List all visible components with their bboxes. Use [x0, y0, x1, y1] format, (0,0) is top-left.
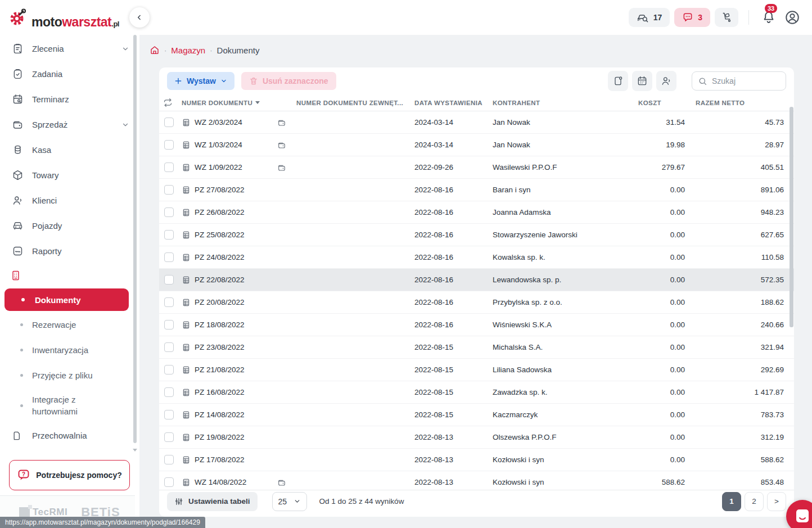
row-checkbox[interactable] — [164, 432, 174, 442]
contractor: Baran i syn — [493, 186, 628, 194]
column-header-cost[interactable]: KOSZT — [628, 100, 685, 106]
vehicles-button[interactable]: 17 — [629, 8, 670, 27]
document-icon — [182, 321, 191, 330]
row-checkbox[interactable] — [164, 275, 174, 285]
sidebar-item-klienci[interactable]: Klienci — [0, 188, 139, 213]
documents-panel: Wystaw Usuń zaznaczone — [159, 67, 794, 517]
handtruck-button[interactable] — [715, 8, 738, 27]
contractor: Zawadzka sp. k. — [493, 388, 628, 396]
sidebar-item-terminarz[interactable]: Terminarz — [0, 87, 139, 112]
row-checkbox[interactable] — [164, 185, 174, 195]
search-input[interactable] — [712, 76, 774, 85]
row-checkbox[interactable] — [164, 342, 174, 352]
contractor: Joanna Adamska — [493, 208, 628, 216]
row-checkbox[interactable] — [164, 252, 174, 262]
table-row[interactable]: WZ 1/03/2024 2024-03-14 Jan Nowak 19.98 … — [159, 134, 794, 156]
table-row[interactable]: PZ 19/08/2022 2022-08-13 Olszewska P.P.O… — [159, 426, 794, 449]
sidebar-item-zlecenia[interactable]: Zlecenia — [0, 36, 139, 61]
column-header-issue-date[interactable]: DATA WYSTAWIENIA — [414, 100, 493, 106]
row-checkbox[interactable] — [164, 230, 174, 240]
table-scrollbar[interactable] — [790, 102, 793, 527]
sidebar-item-rezerwacje[interactable]: Rezerwacje — [0, 312, 139, 337]
brand-logo[interactable]: motowarsztat.pl — [9, 8, 119, 30]
date-filter-button[interactable] — [632, 71, 652, 91]
account-button[interactable] — [783, 8, 802, 27]
column-header-number[interactable]: NUMER DOKUMENTU — [182, 100, 296, 106]
document-number: PZ 18/08/2022 — [195, 321, 245, 329]
table-body: WZ 2/03/2024 2024-03-14 Jan Nowak 31.54 … — [159, 111, 794, 490]
table-row[interactable]: WZ 14/08/2022 2022-08-13 Kozłowski i syn… — [159, 471, 794, 490]
sidebar-item-magazyn[interactable] — [0, 264, 139, 287]
table-row[interactable]: PZ 27/08/2022 2022-08-16 Baran i syn 0.0… — [159, 179, 794, 201]
table-row[interactable]: PZ 22/08/2022 2022-08-16 Lewandowska sp.… — [159, 269, 794, 291]
sidebar-scrollbar-thumb[interactable] — [133, 35, 137, 443]
issue-button[interactable]: Wystaw — [167, 72, 234, 90]
table-settings-button[interactable]: Ustawienia tabeli — [167, 492, 258, 511]
package-icon — [11, 169, 24, 181]
sidebar-item-integracje[interactable]: Integracje z hurtowniami — [0, 388, 139, 423]
sidebar-item-przyjecie-z-pliku[interactable]: Przyjęcie z pliku — [0, 363, 139, 388]
row-checkbox[interactable] — [164, 163, 174, 172]
search-box — [692, 71, 786, 91]
column-header-total-net[interactable]: RAZEM NETTO — [685, 100, 794, 106]
sidebar-item-kasa[interactable]: Kasa — [0, 137, 139, 163]
page-size-select[interactable]: 25 — [272, 492, 307, 511]
table-row[interactable]: WZ 2/03/2024 2024-03-14 Jan Nowak 31.54 … — [159, 111, 794, 134]
table-row[interactable]: PZ 25/08/2022 2022-08-16 Stowarzyszenie … — [159, 224, 794, 246]
row-checkbox[interactable] — [164, 320, 174, 330]
sidebar-item-towary[interactable]: Towary — [0, 163, 139, 188]
row-checkbox[interactable] — [164, 140, 174, 150]
row-checkbox[interactable] — [164, 410, 174, 419]
sidebar-item-sprzedaz[interactable]: Sprzedaż — [0, 112, 139, 137]
table-row[interactable]: PZ 16/08/2022 2022-08-15 Zawadzka sp. k.… — [159, 381, 794, 404]
contractor: Liliana Sadowska — [493, 365, 628, 374]
row-checkbox[interactable] — [164, 118, 174, 127]
wallet-icon — [277, 478, 296, 487]
table-row[interactable]: PZ 18/08/2022 2022-08-16 Wiśniewski S.K.… — [159, 314, 794, 336]
table-row[interactable]: PZ 20/08/2022 2022-08-16 Przybylska sp. … — [159, 291, 794, 314]
messages-button[interactable]: 3 — [674, 8, 710, 27]
scrollbar-down-arrow[interactable] — [133, 449, 137, 452]
row-checkbox[interactable] — [164, 207, 174, 217]
total-net-value: 405.51 — [685, 163, 794, 172]
sidebar-scrollbar[interactable] — [133, 35, 137, 457]
document-number: PZ 23/08/2022 — [195, 343, 245, 351]
sidebar-item-przechowalnia[interactable]: Przechowalnia — [0, 423, 139, 448]
sidebar-item-inwentaryzacja[interactable]: Inwentaryzacja — [0, 337, 139, 363]
file-icon — [11, 430, 24, 441]
home-icon[interactable] — [150, 45, 160, 55]
breadcrumb-section[interactable]: Magazyn — [171, 46, 205, 55]
sidebar-collapse-button[interactable] — [129, 7, 150, 28]
document-status-filter-button[interactable] — [608, 71, 628, 91]
sidebar-item-dokumenty-active[interactable]: Dokumenty — [4, 288, 129, 311]
table-scrollbar-thumb[interactable] — [790, 107, 793, 327]
row-checkbox[interactable] — [164, 477, 174, 487]
page-button-1[interactable]: 1 — [722, 492, 741, 511]
table-row[interactable]: PZ 17/08/2022 2022-08-13 Kozłowski i syn… — [159, 449, 794, 471]
document-icon — [182, 208, 191, 217]
sidebar-item-raporty[interactable]: Raporty — [0, 238, 139, 264]
page-button-2[interactable]: 2 — [745, 492, 764, 511]
toolbar-right — [608, 71, 786, 91]
table-row[interactable]: PZ 24/08/2022 2022-08-16 Kowalska sp. k.… — [159, 246, 794, 269]
table-row[interactable]: PZ 21/08/2022 2022-08-15 Liliana Sadowsk… — [159, 359, 794, 381]
table-row[interactable]: PZ 26/08/2022 2022-08-16 Joanna Adamska … — [159, 201, 794, 224]
row-checkbox[interactable] — [164, 365, 174, 374]
next-page-button[interactable]: > — [767, 492, 786, 511]
row-checkbox[interactable] — [164, 297, 174, 307]
repeat-icon[interactable] — [163, 98, 182, 107]
table-row[interactable]: PZ 14/08/2022 2022-08-15 Kaczmarczyk 0.0… — [159, 404, 794, 426]
notifications-button[interactable]: 33 — [759, 8, 778, 27]
row-checkbox[interactable] — [164, 387, 174, 397]
sidebar-item-zadania[interactable]: Zadania — [0, 61, 139, 87]
notifications-badge: 33 — [765, 4, 777, 13]
table-row[interactable]: PZ 23/08/2022 2022-08-15 Michalska S.A. … — [159, 336, 794, 359]
help-button[interactable]: ? Potrzebujesz pomocy? — [9, 460, 130, 490]
column-header-external-number[interactable]: NUMER DOKUMENTU ZEWNĘT... — [296, 100, 414, 106]
contractor-filter-button[interactable] — [656, 71, 676, 91]
delete-selected-button[interactable]: Usuń zaznaczone — [241, 72, 336, 90]
row-checkbox[interactable] — [164, 455, 174, 464]
sidebar-item-pojazdy[interactable]: Pojazdy — [0, 213, 139, 238]
table-row[interactable]: WZ 1/09/2022 2022-09-26 Wasilewski P.P.O… — [159, 156, 794, 179]
column-header-contractor[interactable]: KONTRAHENT — [493, 100, 628, 106]
